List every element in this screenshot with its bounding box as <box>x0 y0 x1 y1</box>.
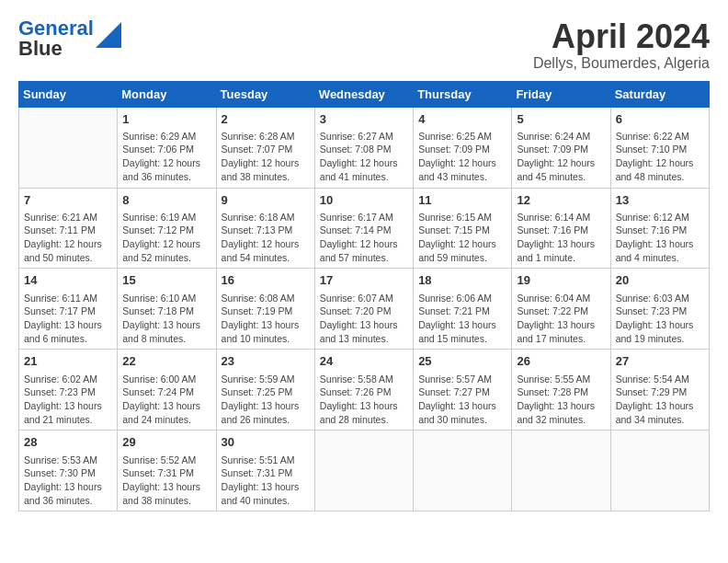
title-block: April 2024 Dellys, Boumerdes, Algeria <box>533 18 710 72</box>
calendar-cell <box>414 431 512 511</box>
calendar-cell: 17Sunrise: 6:07 AMSunset: 7:20 PMDayligh… <box>314 269 413 350</box>
day-info: Sunrise: 6:27 AMSunset: 7:08 PMDaylight:… <box>320 130 408 184</box>
calendar-cell: 28Sunrise: 5:53 AMSunset: 7:30 PMDayligh… <box>19 431 118 511</box>
calendar-cell: 2Sunrise: 6:28 AMSunset: 7:07 PMDaylight… <box>216 107 314 188</box>
day-info: Sunrise: 6:14 AMSunset: 7:16 PMDaylight:… <box>517 211 605 265</box>
calendar-cell: 15Sunrise: 6:10 AMSunset: 7:18 PMDayligh… <box>118 269 216 350</box>
day-info: Sunrise: 5:57 AMSunset: 7:27 PMDaylight:… <box>418 373 506 427</box>
calendar-cell: 5Sunrise: 6:24 AMSunset: 7:09 PMDaylight… <box>512 107 610 188</box>
day-info: Sunrise: 6:04 AMSunset: 7:22 PMDaylight:… <box>517 292 605 346</box>
header-saturday: Saturday <box>610 81 709 107</box>
day-info: Sunrise: 5:53 AMSunset: 7:30 PMDaylight:… <box>24 454 112 508</box>
day-number: 3 <box>320 111 408 128</box>
calendar-cell: 1Sunrise: 6:29 AMSunset: 7:06 PMDaylight… <box>118 107 216 188</box>
day-info: Sunrise: 5:55 AMSunset: 7:28 PMDaylight:… <box>517 373 605 427</box>
header-wednesday: Wednesday <box>314 81 413 107</box>
svg-marker-0 <box>96 22 121 48</box>
calendar-cell: 30Sunrise: 5:51 AMSunset: 7:31 PMDayligh… <box>216 431 314 511</box>
calendar-cell: 23Sunrise: 5:59 AMSunset: 7:25 PMDayligh… <box>216 350 314 431</box>
day-number: 11 <box>418 192 506 209</box>
day-number: 7 <box>24 192 112 209</box>
calendar-cell: 24Sunrise: 5:58 AMSunset: 7:26 PMDayligh… <box>314 350 413 431</box>
calendar-cell: 18Sunrise: 6:06 AMSunset: 7:21 PMDayligh… <box>414 269 512 350</box>
day-number: 20 <box>616 272 704 289</box>
day-number: 27 <box>616 353 704 370</box>
day-info: Sunrise: 5:51 AMSunset: 7:31 PMDaylight:… <box>222 454 310 508</box>
calendar-table: SundayMondayTuesdayWednesdayThursdayFrid… <box>18 81 710 512</box>
logo-icon <box>96 22 121 48</box>
day-number: 5 <box>517 111 605 128</box>
day-info: Sunrise: 6:03 AMSunset: 7:23 PMDaylight:… <box>616 292 704 346</box>
calendar-cell: 8Sunrise: 6:19 AMSunset: 7:12 PMDaylight… <box>118 188 216 269</box>
calendar-cell: 20Sunrise: 6:03 AMSunset: 7:23 PMDayligh… <box>610 269 709 350</box>
day-info: Sunrise: 6:08 AMSunset: 7:19 PMDaylight:… <box>222 292 310 346</box>
page-header: GeneralBlue April 2024 Dellys, Boumerdes… <box>18 18 710 72</box>
calendar-cell: 10Sunrise: 6:17 AMSunset: 7:14 PMDayligh… <box>314 188 413 269</box>
calendar-week-5: 28Sunrise: 5:53 AMSunset: 7:30 PMDayligh… <box>19 431 710 511</box>
calendar-week-4: 21Sunrise: 6:02 AMSunset: 7:23 PMDayligh… <box>19 350 710 431</box>
day-info: Sunrise: 5:54 AMSunset: 7:29 PMDaylight:… <box>616 373 704 427</box>
header-thursday: Thursday <box>414 81 512 107</box>
calendar-cell: 12Sunrise: 6:14 AMSunset: 7:16 PMDayligh… <box>512 188 610 269</box>
calendar-cell: 16Sunrise: 6:08 AMSunset: 7:19 PMDayligh… <box>216 269 314 350</box>
day-info: Sunrise: 6:25 AMSunset: 7:09 PMDaylight:… <box>418 130 506 184</box>
calendar-cell: 14Sunrise: 6:11 AMSunset: 7:17 PMDayligh… <box>19 269 118 350</box>
day-number: 14 <box>24 272 112 289</box>
calendar-cell: 4Sunrise: 6:25 AMSunset: 7:09 PMDaylight… <box>414 107 512 188</box>
day-number: 6 <box>616 111 704 128</box>
day-info: Sunrise: 6:06 AMSunset: 7:21 PMDaylight:… <box>418 292 506 346</box>
day-number: 13 <box>616 192 704 209</box>
day-info: Sunrise: 6:24 AMSunset: 7:09 PMDaylight:… <box>517 130 605 184</box>
day-info: Sunrise: 6:17 AMSunset: 7:14 PMDaylight:… <box>320 211 408 265</box>
calendar-cell <box>610 431 709 511</box>
calendar-cell: 27Sunrise: 5:54 AMSunset: 7:29 PMDayligh… <box>610 350 709 431</box>
calendar-header-row: SundayMondayTuesdayWednesdayThursdayFrid… <box>19 81 710 107</box>
calendar-cell: 29Sunrise: 5:52 AMSunset: 7:31 PMDayligh… <box>118 431 216 511</box>
day-number: 12 <box>517 192 605 209</box>
calendar-cell: 6Sunrise: 6:22 AMSunset: 7:10 PMDaylight… <box>610 107 709 188</box>
day-number: 1 <box>122 111 210 128</box>
header-friday: Friday <box>512 81 610 107</box>
day-number: 8 <box>122 192 210 209</box>
day-number: 26 <box>517 353 605 370</box>
day-info: Sunrise: 6:22 AMSunset: 7:10 PMDaylight:… <box>616 130 704 184</box>
day-info: Sunrise: 6:10 AMSunset: 7:18 PMDaylight:… <box>122 292 210 346</box>
day-info: Sunrise: 6:18 AMSunset: 7:13 PMDaylight:… <box>222 211 310 265</box>
calendar-cell: 22Sunrise: 6:00 AMSunset: 7:24 PMDayligh… <box>118 350 216 431</box>
calendar-cell: 7Sunrise: 6:21 AMSunset: 7:11 PMDaylight… <box>19 188 118 269</box>
calendar-cell: 11Sunrise: 6:15 AMSunset: 7:15 PMDayligh… <box>414 188 512 269</box>
day-number: 9 <box>222 192 310 209</box>
day-number: 23 <box>222 353 310 370</box>
day-number: 25 <box>418 353 506 370</box>
day-number: 16 <box>222 272 310 289</box>
calendar-week-3: 14Sunrise: 6:11 AMSunset: 7:17 PMDayligh… <box>19 269 710 350</box>
day-number: 15 <box>122 272 210 289</box>
day-info: Sunrise: 6:21 AMSunset: 7:11 PMDaylight:… <box>24 211 112 265</box>
day-info: Sunrise: 6:11 AMSunset: 7:17 PMDaylight:… <box>24 292 112 346</box>
day-info: Sunrise: 6:00 AMSunset: 7:24 PMDaylight:… <box>122 373 210 427</box>
header-tuesday: Tuesday <box>216 81 314 107</box>
day-number: 28 <box>24 434 112 451</box>
calendar-cell: 21Sunrise: 6:02 AMSunset: 7:23 PMDayligh… <box>19 350 118 431</box>
day-number: 18 <box>418 272 506 289</box>
calendar-cell <box>314 431 413 511</box>
calendar-cell: 19Sunrise: 6:04 AMSunset: 7:22 PMDayligh… <box>512 269 610 350</box>
day-number: 2 <box>222 111 310 128</box>
day-number: 24 <box>320 353 408 370</box>
page-subtitle: Dellys, Boumerdes, Algeria <box>533 55 710 72</box>
day-info: Sunrise: 6:19 AMSunset: 7:12 PMDaylight:… <box>122 211 210 265</box>
calendar-cell: 25Sunrise: 5:57 AMSunset: 7:27 PMDayligh… <box>414 350 512 431</box>
day-info: Sunrise: 6:02 AMSunset: 7:23 PMDaylight:… <box>24 373 112 427</box>
day-info: Sunrise: 6:15 AMSunset: 7:15 PMDaylight:… <box>418 211 506 265</box>
day-number: 17 <box>320 272 408 289</box>
day-info: Sunrise: 6:28 AMSunset: 7:07 PMDaylight:… <box>222 130 310 184</box>
day-number: 19 <box>517 272 605 289</box>
logo-text: GeneralBlue <box>18 18 94 59</box>
day-info: Sunrise: 5:59 AMSunset: 7:25 PMDaylight:… <box>222 373 310 427</box>
calendar-cell: 3Sunrise: 6:27 AMSunset: 7:08 PMDaylight… <box>314 107 413 188</box>
day-number: 4 <box>418 111 506 128</box>
calendar-cell: 26Sunrise: 5:55 AMSunset: 7:28 PMDayligh… <box>512 350 610 431</box>
day-number: 29 <box>122 434 210 451</box>
header-sunday: Sunday <box>19 81 118 107</box>
calendar-cell: 13Sunrise: 6:12 AMSunset: 7:16 PMDayligh… <box>610 188 709 269</box>
